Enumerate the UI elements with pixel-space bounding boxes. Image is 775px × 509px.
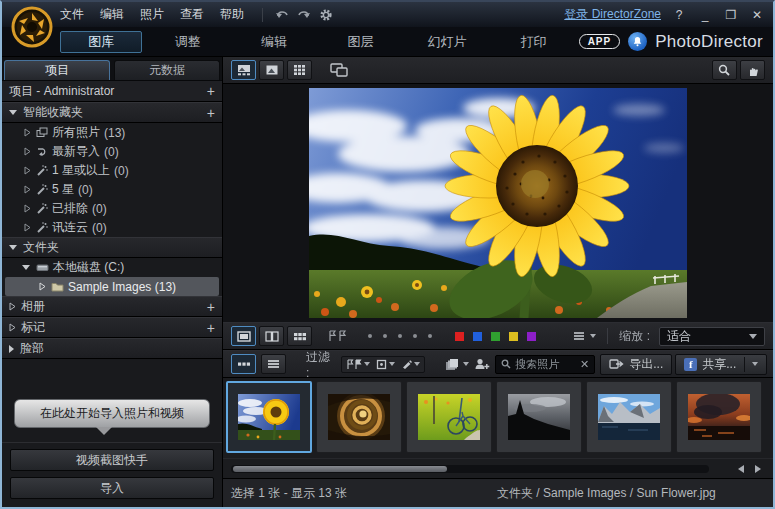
rating-dot[interactable] xyxy=(413,334,417,338)
tab-slideshow[interactable]: 幻灯片 xyxy=(406,31,488,53)
app-badge[interactable]: APP xyxy=(579,34,621,49)
tab-library[interactable]: 图库 xyxy=(60,31,142,53)
viewer-single-button[interactable] xyxy=(231,326,256,346)
scrollbar-track[interactable] xyxy=(231,465,709,473)
rating-dot[interactable] xyxy=(383,334,387,338)
search-input[interactable] xyxy=(515,358,576,370)
search-box[interactable]: ✕ xyxy=(495,355,595,374)
tab-adjust[interactable]: 调整 xyxy=(146,31,228,53)
sidebar-tab-metadata[interactable]: 元数据 xyxy=(114,60,220,80)
thumbnail-sunset-storm[interactable] xyxy=(676,381,762,453)
tree-item-local-disk[interactable]: 本地磁盘 (C:) xyxy=(2,258,222,277)
tab-edit[interactable]: 编辑 xyxy=(233,31,315,53)
tree-item-latest-import[interactable]: 最新导入(0) xyxy=(2,142,222,161)
expander-icon[interactable] xyxy=(24,147,31,156)
clear-search-icon[interactable]: ✕ xyxy=(580,358,589,371)
color-label-yellow[interactable] xyxy=(509,332,518,341)
pan-hand-button[interactable] xyxy=(740,60,765,80)
stack-photos-button[interactable] xyxy=(445,358,469,371)
thumbnail-spiral-staircase[interactable] xyxy=(316,381,402,453)
add-smart-collection-button[interactable]: + xyxy=(207,107,215,119)
settings-gear-icon[interactable] xyxy=(317,7,335,23)
add-face-tag-button[interactable] xyxy=(474,357,490,371)
rating-dot[interactable] xyxy=(398,334,402,338)
notification-bell-icon[interactable] xyxy=(628,32,647,51)
rating-dot[interactable] xyxy=(368,334,372,338)
undo-icon[interactable] xyxy=(273,7,291,23)
chevron-down-icon[interactable] xyxy=(9,245,17,250)
thumbnail-view-button[interactable] xyxy=(231,354,256,374)
chevron-down-icon[interactable] xyxy=(22,265,30,270)
menu-help[interactable]: 帮助 xyxy=(220,6,244,23)
thumbnail-dark-cathedral[interactable] xyxy=(496,381,582,453)
color-label-purple[interactable] xyxy=(527,332,536,341)
scrollbar-thumb[interactable] xyxy=(233,466,447,472)
filter-label-color-button[interactable] xyxy=(374,358,397,371)
color-label-green[interactable] xyxy=(491,332,500,341)
zoom-fit-dropdown[interactable]: 适合 xyxy=(659,327,765,346)
photo-viewer[interactable] xyxy=(223,84,773,322)
thumbnail-sun-flower[interactable] xyxy=(226,381,312,453)
chevron-right-icon[interactable] xyxy=(9,345,14,353)
thumbnail-bicycle-meadow[interactable] xyxy=(406,381,492,453)
expander-icon[interactable] xyxy=(9,323,16,332)
section-albums[interactable]: 相册 + xyxy=(2,296,222,317)
tree-item-sample-images[interactable]: Sample Images (13) xyxy=(5,277,219,296)
tab-print[interactable]: 打印 xyxy=(492,31,574,53)
flag-pick-icon[interactable] xyxy=(328,330,348,342)
menu-file[interactable]: 文件 xyxy=(60,6,84,23)
import-callout-button[interactable]: 在此处开始导入照片和视频 xyxy=(14,399,210,428)
tree-item-cyberlink-cloud[interactable]: 讯连云(0) xyxy=(2,218,222,237)
color-label-blue[interactable] xyxy=(473,332,482,341)
view-photo-filmstrip-button[interactable] xyxy=(231,60,256,80)
menu-edit[interactable]: 编辑 xyxy=(100,6,124,23)
rating-dot[interactable] xyxy=(428,334,432,338)
menu-view[interactable]: 查看 xyxy=(180,6,204,23)
thumbnail-mountain-lake[interactable] xyxy=(586,381,672,453)
minimize-button[interactable]: _ xyxy=(697,8,713,22)
scroll-right-icon[interactable] xyxy=(751,463,765,475)
section-smart-collections[interactable]: 智能收藏夹 + xyxy=(2,102,222,123)
expander-icon[interactable] xyxy=(24,223,31,232)
import-button[interactable]: 导入 xyxy=(10,477,214,499)
chevron-down-icon[interactable] xyxy=(9,110,17,115)
help-button[interactable]: ? xyxy=(671,8,687,22)
login-directorzone-link[interactable]: 登录 DirectorZone xyxy=(564,6,661,23)
secondary-display-icon[interactable] xyxy=(328,61,350,79)
viewer-multiple-button[interactable] xyxy=(287,326,312,346)
sidebar-tab-project[interactable]: 项目 xyxy=(4,60,110,80)
viewer-compare-button[interactable] xyxy=(259,326,284,346)
expander-icon[interactable] xyxy=(24,128,31,137)
export-button[interactable]: 导出... xyxy=(600,354,672,375)
view-single-photo-button[interactable] xyxy=(259,60,284,80)
filter-flags-button[interactable] xyxy=(344,358,372,371)
tree-item-rejected[interactable]: 已排除(0) xyxy=(2,199,222,218)
filter-pen-rating-button[interactable] xyxy=(399,358,422,371)
video-snapshot-button[interactable]: 视频截图快手 xyxy=(10,449,214,471)
tree-item-1-star-up[interactable]: 1 星或以上(0) xyxy=(2,161,222,180)
section-folders[interactable]: 文件夹 xyxy=(2,237,222,258)
share-button[interactable]: f 共享... xyxy=(675,354,767,375)
zoom-tool-button[interactable] xyxy=(712,60,737,80)
expander-icon[interactable] xyxy=(24,185,31,194)
expander-icon[interactable] xyxy=(9,302,16,311)
close-button[interactable]: ✕ xyxy=(749,8,765,22)
section-faces[interactable]: 脸部 xyxy=(2,338,222,359)
expander-icon[interactable] xyxy=(39,282,46,291)
add-tag-button[interactable]: + xyxy=(207,322,215,334)
expander-icon[interactable] xyxy=(24,166,31,175)
list-view-button[interactable] xyxy=(261,354,286,374)
tab-layers[interactable]: 图层 xyxy=(319,31,401,53)
add-project-button[interactable]: + xyxy=(207,85,215,97)
add-album-button[interactable]: + xyxy=(207,301,215,313)
maximize-button[interactable]: ❐ xyxy=(723,8,739,22)
scroll-left-icon[interactable] xyxy=(734,463,748,475)
view-grid-button[interactable] xyxy=(287,60,312,80)
expander-icon[interactable] xyxy=(24,204,31,213)
tree-item-5-star[interactable]: 5 星(0) xyxy=(2,180,222,199)
menu-photo[interactable]: 照片 xyxy=(140,6,164,23)
tree-item-all-photos[interactable]: 所有照片(13) xyxy=(2,123,222,142)
sort-menu-button[interactable] xyxy=(573,331,596,341)
section-tags[interactable]: 标记 + xyxy=(2,317,222,338)
color-label-red[interactable] xyxy=(455,332,464,341)
